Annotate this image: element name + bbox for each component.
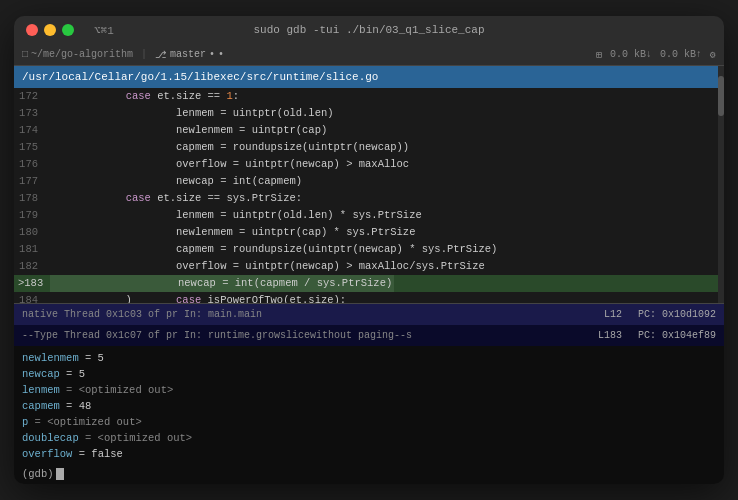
code-line-181: 181 capmem = roundupsize(uintptr(newcap)…	[14, 241, 724, 258]
separator1: |	[141, 49, 147, 60]
thread2-line: L183	[598, 327, 622, 344]
var-newlenmem: newlenmem = 5	[22, 350, 716, 366]
debug-panel: native Thread 0x1c03 of pr In: main.main…	[14, 303, 724, 484]
line-num-174: 174	[18, 122, 50, 139]
code-line-176: 176 overflow = uintptr(newcap) > maxAllo…	[14, 156, 724, 173]
line-content-183: newcap = int(capmem / sys.PtrSize)	[50, 275, 394, 292]
statusbar: □ ~/me/go-algorithm | ⎇ master • • ⊞ 0.0…	[14, 44, 724, 66]
code-line-174: 174 newlenmem = uintptr(cap)	[14, 122, 724, 139]
titlebar: ⌥⌘1 sudo gdb -tui ./bin/03_q1_slice_cap	[14, 16, 724, 44]
code-line-178: 178 case et.size == sys.PtrSize:	[14, 190, 724, 207]
line-num-173: 173	[18, 105, 50, 122]
line-num-178: 178	[18, 190, 50, 207]
code-line-172: 172 case et.size == 1:	[14, 88, 724, 105]
code-line-175: 175 capmem = roundupsize(uintptr(newcap)…	[14, 139, 724, 156]
folder-icon: □	[22, 49, 28, 60]
code-lines: 172 case et.size == 1: 173 lenmem = uint…	[14, 88, 724, 303]
line-content-179: lenmem = uintptr(old.len) * sys.PtrSize	[50, 207, 422, 224]
code-line-184: 184 ) case isPowerOfTwo(et.size):	[14, 292, 724, 303]
line-num-175: 175	[18, 139, 50, 156]
debug-variables: newlenmem = 5 newcap = 5 lenmem = <optim…	[14, 346, 724, 466]
line-content-175: capmem = roundupsize(uintptr(newcap))	[50, 139, 409, 156]
code-area[interactable]: /usr/local/Cellar/go/1.15/libexec/src/ru…	[14, 66, 724, 303]
branch-extra: •	[218, 49, 224, 60]
scrollbar[interactable]	[718, 66, 724, 303]
minimize-button[interactable]	[44, 24, 56, 36]
branch-indicator: ⎇ master • •	[155, 49, 224, 61]
line-content-176: overflow = uintptr(newcap) > maxAlloc	[50, 156, 409, 173]
var-overflow: overflow = false	[22, 446, 716, 462]
code-line-182: 182 overflow = uintptr(newcap) > maxAllo…	[14, 258, 724, 275]
line-content-177: newcap = int(capmem)	[50, 173, 302, 190]
signal-icon: ⊞	[596, 49, 602, 61]
folder-path: ~/me/go-algorithm	[31, 49, 133, 60]
gdb-prompt-text: (gdb)	[22, 468, 54, 480]
line-content-174: newlenmem = uintptr(cap)	[50, 122, 327, 139]
main-content: /usr/local/Cellar/go/1.15/libexec/src/ru…	[14, 66, 724, 484]
window-title: sudo gdb -tui ./bin/03_q1_slice_cap	[253, 24, 484, 36]
tab-bar: ⌥⌘1	[94, 24, 114, 37]
line-content-178: case et.size == sys.PtrSize:	[50, 190, 302, 207]
code-line-180: 180 newlenmem = uintptr(cap) * sys.PtrSi…	[14, 224, 724, 241]
var-lenmem: lenmem = <optimized out>	[22, 382, 716, 398]
file-header: /usr/local/Cellar/go/1.15/libexec/src/ru…	[14, 66, 724, 88]
kb-up: 0.0 kB↑	[660, 49, 702, 60]
line-content-184: ) case isPowerOfTwo(et.size):	[50, 292, 346, 303]
line-content-180: newlenmem = uintptr(cap) * sys.PtrSize	[50, 224, 415, 241]
debug-thread-line2: --Type Thread 0x1c07 of pr In: runtime.g…	[14, 325, 724, 346]
modified-indicator: •	[209, 49, 215, 60]
line-num-180: 180	[18, 224, 50, 241]
tab-label[interactable]: ⌥⌘1	[94, 24, 114, 37]
var-doublecap: doublecap = <optimized out>	[22, 430, 716, 446]
thread1-pc: PC: 0x10d1092	[638, 306, 716, 323]
line-num-179: 179	[18, 207, 50, 224]
kb-down: 0.0 kB↓	[610, 49, 652, 60]
thread2-pc: PC: 0x104ef89	[638, 327, 716, 344]
branch-icon: ⎇	[155, 49, 167, 61]
network-icon: ⊞	[596, 49, 602, 61]
settings-icon[interactable]: ⚙	[710, 49, 716, 61]
var-p: p = <optimized out>	[22, 414, 716, 430]
line-content-172: case et.size == 1:	[50, 88, 239, 105]
folder-indicator: □ ~/me/go-algorithm	[22, 49, 133, 60]
line-content-182: overflow = uintptr(newcap) > maxAlloc/sy…	[50, 258, 485, 275]
line-num-177: 177	[18, 173, 50, 190]
var-capmem: capmem = 48	[22, 398, 716, 414]
line-num-182: 182	[18, 258, 50, 275]
debug-thread-line1: native Thread 0x1c03 of pr In: main.main…	[14, 304, 724, 325]
line-num-172: 172	[18, 88, 50, 105]
code-line-177: 177 newcap = int(capmem)	[14, 173, 724, 190]
code-line-183: >183 newcap = int(capmem / sys.PtrSize)	[14, 275, 724, 292]
gdb-prompt[interactable]: (gdb)	[14, 466, 724, 484]
thread1-line: L12	[604, 306, 622, 323]
branch-name: master	[170, 49, 206, 60]
line-num-176: 176	[18, 156, 50, 173]
close-button[interactable]	[26, 24, 38, 36]
traffic-lights	[26, 24, 74, 36]
var-newcap: newcap = 5	[22, 366, 716, 382]
code-line-173: 173 lenmem = uintptr(old.len)	[14, 105, 724, 122]
line-content-173: lenmem = uintptr(old.len)	[50, 105, 334, 122]
thread2-text: --Type Thread 0x1c07 of pr In: runtime.g…	[22, 327, 412, 344]
gdb-cursor	[56, 468, 64, 480]
scrollbar-thumb[interactable]	[718, 76, 724, 116]
line-num-184: 184	[18, 292, 50, 303]
code-line-179: 179 lenmem = uintptr(old.len) * sys.PtrS…	[14, 207, 724, 224]
line-num-183: >183	[18, 275, 50, 292]
line-num-181: 181	[18, 241, 50, 258]
terminal-window: ⌥⌘1 sudo gdb -tui ./bin/03_q1_slice_cap …	[14, 16, 724, 484]
maximize-button[interactable]	[62, 24, 74, 36]
line-content-181: capmem = roundupsize(uintptr(newcap) * s…	[50, 241, 497, 258]
thread1-text: native Thread 0x1c03 of pr In: main.main	[22, 306, 262, 323]
